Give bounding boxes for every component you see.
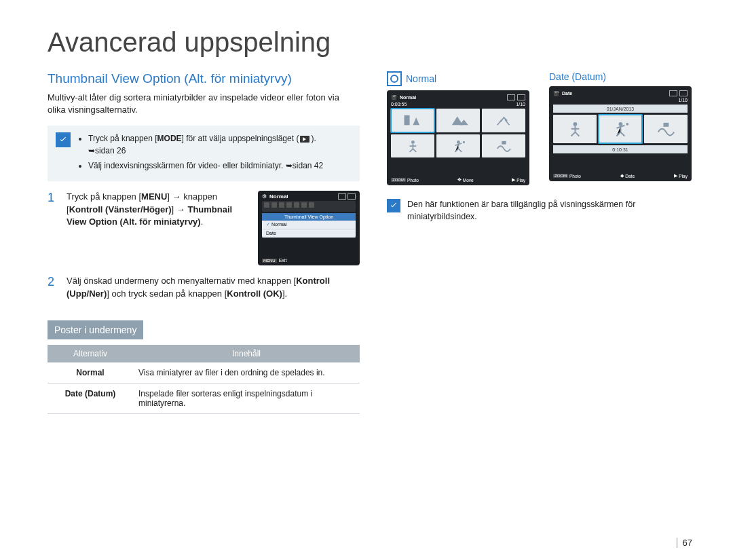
gear-icon: ⚙ [262,193,267,200]
thumbnail-cell [553,115,597,143]
magnifier-icon [387,71,402,86]
table-row: Normal Visa miniatyrer av filer i den or… [48,362,360,384]
check-icon [56,132,71,147]
note-item-1: Tryck på knappen [MODE] för att välja up… [88,132,323,157]
thumbnail-cell [391,109,434,132]
thumbnail-cell [482,109,525,132]
table-row: Date (Datum) Inspelade filer sorteras en… [48,383,360,413]
camera-screen-date: 🎬 Date 1/10 01/JAN/2013 [549,86,692,181]
video-icon: 🎬 [391,95,397,100]
battery-icon [679,90,688,96]
card-icon [669,90,677,96]
step-number: 2 [48,275,57,299]
chapter-title: Avancerad uppspelning [48,27,699,58]
battery-icon [517,94,525,100]
svg-point-9 [618,122,622,126]
menu-key-badge: MENU [262,259,277,263]
playback-mode-icon [300,136,309,143]
svg-rect-11 [663,123,669,127]
thumbnail-cell [644,115,688,143]
menu-icon-row [262,201,356,212]
menu-option-date: Date [262,229,356,238]
svg-marker-1 [413,117,419,125]
thumb-label-date: Date (Datum) [549,71,606,82]
table-header-alternativ: Alternativ [48,345,133,362]
submenu-heading: Poster i undermeny [48,320,143,339]
time-bar: 0:10:31 [553,145,688,153]
thumbnail-cell [391,134,434,158]
check-icon [387,199,400,212]
menu-screenshot: ⚙ Normal Thumbnail View Option Normal Da… [258,191,360,265]
card-icon [507,94,515,100]
thumbnail-cell [436,109,480,132]
svg-rect-7 [502,141,506,145]
svg-point-10 [626,123,628,126]
date-bar: 01/JAN/2013 [553,105,688,113]
note-item-2: Välj indexvisningsskärmen för video- ell… [88,160,323,172]
options-table: Alternativ Innehåll Normal Visa miniatyr… [48,345,360,414]
svg-point-5 [457,141,460,144]
battery-icon [347,193,356,200]
svg-rect-0 [404,115,409,125]
svg-point-6 [462,141,464,143]
table-header-innehall: Innehåll [133,345,360,362]
menu-panel-title: Thumbnail View Option [262,213,356,221]
thumbnail-cell [599,115,642,143]
count: 1/10 [516,102,525,107]
note-box: Tryck på knappen [MODE] för att välja up… [48,126,360,181]
svg-point-4 [411,141,415,144]
thumbnail-cell [482,134,525,158]
card-icon [338,193,346,200]
section-heading: Thumbnail View Option (Alt. för miniatyr… [48,71,360,86]
step-1: 1 Tryck på knappen [MENU] → knappen [Kon… [48,191,360,265]
menu-option-normal: Normal [262,221,356,229]
thumbnail-cell [436,134,480,158]
page-number: 67 [677,538,692,548]
camera-screen-normal: 🎬 Normal 0:00:55 1/10 [387,90,529,185]
intro-text: Multivy-alt låter dig sortera miniatyrbi… [48,92,360,116]
count: 1/10 [678,98,688,102]
step-2: 2 Välj önskad undermeny och menyalternat… [48,275,360,299]
video-icon: 🎬 [553,91,559,96]
step-number: 1 [48,191,57,265]
thumb-label-normal: Normal [406,73,436,84]
footnote: Den här funktionen är bara tillgänglig p… [387,199,699,223]
timecode: 0:00:55 [391,102,407,107]
svg-point-8 [573,122,577,126]
